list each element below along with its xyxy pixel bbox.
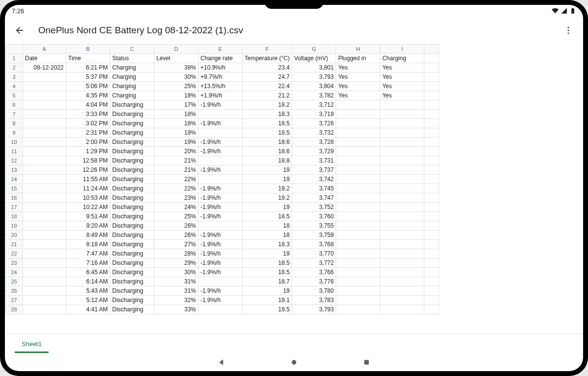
table-row[interactable]: 275:12 AMDischarging32%-1.9%/h19.13,783 — [5, 296, 439, 305]
cell[interactable]: Discharging — [110, 258, 154, 268]
cell[interactable]: 19.2 — [243, 193, 292, 203]
cell[interactable] — [380, 156, 424, 165]
table-row[interactable]: 246:45 AMDischarging30%-1.9%/h18.53,766 — [5, 268, 439, 277]
cell[interactable]: 18.8 — [243, 156, 292, 165]
cell[interactable] — [23, 128, 66, 138]
col-header-C[interactable]: C — [110, 45, 154, 54]
cell[interactable]: -1.9%/h — [198, 203, 243, 212]
row-header[interactable]: 22 — [5, 249, 23, 258]
cell[interactable]: Discharging — [110, 110, 154, 119]
table-row[interactable]: 1312:26 PMDischarging21%-1.9%/h193,737 — [5, 165, 439, 175]
cell[interactable]: 7:16 AM — [66, 258, 110, 268]
cell[interactable] — [424, 286, 439, 296]
table-row[interactable]: 73:33 PMDischarging18%18.33,719 — [5, 110, 439, 119]
cell[interactable]: Date — [23, 54, 66, 63]
table-row[interactable]: 208-12-20226:21 PMCharging38%+10.9%/h23.… — [5, 63, 439, 72]
row-header[interactable]: 16 — [5, 193, 23, 203]
cell[interactable]: 3:02 PM — [66, 119, 110, 128]
cell[interactable]: 22% — [154, 184, 198, 193]
cell[interactable] — [23, 119, 66, 128]
cell[interactable]: Yes — [380, 72, 424, 82]
cell[interactable]: 3,731 — [292, 156, 336, 165]
cell[interactable]: 24.7 — [243, 72, 292, 82]
row-header[interactable]: 24 — [5, 268, 23, 277]
cell[interactable]: 18.3 — [243, 240, 292, 249]
cell[interactable]: 3,759 — [292, 231, 336, 240]
row-header[interactable]: 27 — [5, 296, 23, 305]
cell[interactable]: Temperature (°C) — [243, 54, 292, 63]
cell[interactable]: 3,801 — [292, 63, 336, 72]
cell[interactable]: 3,793 — [292, 72, 336, 82]
select-all-corner[interactable] — [5, 45, 23, 54]
col-header-I[interactable]: I — [380, 45, 424, 54]
cell[interactable]: Discharging — [110, 156, 154, 165]
cell[interactable] — [336, 193, 380, 203]
cell[interactable]: Discharging — [110, 249, 154, 258]
cell[interactable] — [336, 175, 380, 184]
cell[interactable]: 3,780 — [292, 286, 336, 296]
cell[interactable]: 5:43 AM — [66, 286, 110, 296]
row-header[interactable]: 14 — [5, 175, 23, 184]
cell[interactable] — [424, 203, 439, 212]
cell[interactable]: Discharging — [110, 203, 154, 212]
cell[interactable] — [380, 119, 424, 128]
col-header-F[interactable]: F — [243, 45, 292, 54]
cell[interactable]: 26% — [154, 221, 198, 231]
col-header-A[interactable]: A — [23, 45, 66, 54]
cell[interactable] — [336, 286, 380, 296]
cell[interactable]: 3,760 — [292, 212, 336, 221]
cell[interactable]: 18.6 — [243, 138, 292, 147]
cell[interactable]: 3,776 — [292, 277, 336, 286]
cell[interactable] — [380, 175, 424, 184]
cell[interactable]: Yes — [380, 63, 424, 72]
cell[interactable]: Charging — [110, 63, 154, 72]
cell[interactable] — [336, 119, 380, 128]
table-row[interactable]: 284:41 AMDischarging33%19.53,793 — [5, 305, 439, 314]
cell[interactable]: 2:00 PM — [66, 138, 110, 147]
cell[interactable]: 3,732 — [292, 128, 336, 138]
cell[interactable]: Discharging — [110, 138, 154, 147]
table-row[interactable]: 265:43 AMDischarging31%-1.9%/h193,780 — [5, 286, 439, 296]
cell[interactable]: Charging — [110, 82, 154, 91]
col-header-E[interactable]: E — [198, 45, 243, 54]
cell[interactable]: 7:47 AM — [66, 249, 110, 258]
cell[interactable] — [380, 212, 424, 221]
row-header[interactable]: 18 — [5, 212, 23, 221]
table-row[interactable]: 83:02 PMDischarging18%-1.9%/h18.53,726 — [5, 119, 439, 128]
cell[interactable]: 21% — [154, 156, 198, 165]
cell[interactable] — [424, 128, 439, 138]
cell[interactable] — [198, 221, 243, 231]
cell[interactable]: 3,772 — [292, 258, 336, 268]
cell[interactable] — [23, 138, 66, 147]
cell[interactable] — [23, 72, 66, 82]
cell[interactable]: 18% — [154, 110, 198, 119]
cell[interactable] — [336, 156, 380, 165]
cell[interactable]: 3,747 — [292, 193, 336, 203]
cell[interactable]: Discharging — [110, 100, 154, 110]
cell[interactable]: Time — [66, 54, 110, 63]
row-header[interactable]: 8 — [5, 119, 23, 128]
cell[interactable]: -1.9%/h — [198, 100, 243, 110]
cell[interactable]: -1.9%/h — [198, 212, 243, 221]
back-button[interactable] — [10, 21, 29, 40]
cell[interactable] — [380, 286, 424, 296]
cell[interactable] — [380, 203, 424, 212]
cell[interactable]: 28% — [154, 249, 198, 258]
cell[interactable]: 18.5 — [243, 258, 292, 268]
cell[interactable]: 30% — [154, 72, 198, 82]
row-header[interactable]: 25 — [5, 277, 23, 286]
cell[interactable]: 19.5 — [243, 305, 292, 314]
cell[interactable] — [23, 100, 66, 110]
table-row[interactable]: 92:31 PMDischarging19%18.53,732 — [5, 128, 439, 138]
cell[interactable]: Discharging — [110, 175, 154, 184]
col-header-J[interactable] — [424, 45, 439, 54]
cell[interactable]: 3,752 — [292, 203, 336, 212]
cell[interactable] — [424, 277, 439, 286]
table-row[interactable]: 256:14 AMDischarging31%18.73,776 — [5, 277, 439, 286]
cell[interactable] — [424, 147, 439, 156]
cell[interactable]: 19 — [243, 175, 292, 184]
cell[interactable]: 18.3 — [243, 110, 292, 119]
row-header[interactable]: 15 — [5, 184, 23, 193]
cell[interactable] — [424, 91, 439, 100]
cell[interactable]: 27% — [154, 240, 198, 249]
